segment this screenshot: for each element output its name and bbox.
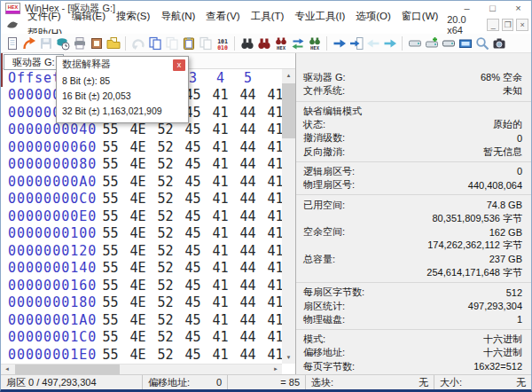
hex-byte-cell[interactable]: 55 [97,122,124,139]
mdi-restore-button[interactable]: ❐ [502,19,514,31]
hex-byte-cell[interactable]: 4E [124,139,152,157]
hex-byte-cell[interactable]: 44 [234,243,262,261]
backup-button[interactable] [54,35,71,52]
scroll-down-icon[interactable]: ▼ [282,351,295,364]
screenshot-button[interactable] [490,35,507,52]
ram-editor-button[interactable] [457,35,473,52]
popup-close-icon[interactable]: x [173,59,185,71]
hex-byte-cell[interactable]: 45 [179,347,207,365]
hex-byte-cell[interactable]: 41 [207,347,234,365]
hex-byte-cell[interactable]: 4E [124,156,152,174]
replace-hex-button[interactable]: HEX [306,35,323,52]
hex-byte-cell[interactable]: 45 [179,243,207,261]
hex-byte-cell[interactable]: 41 [207,156,234,174]
hex-byte-cell[interactable]: 4E [124,294,152,312]
vertical-scrollbar[interactable]: ▲ ▼ [282,69,295,364]
disk-image-button[interactable] [440,35,457,52]
find-text-button[interactable] [239,35,255,52]
hex-byte-cell[interactable]: 41 [207,139,234,157]
hex-byte-cell[interactable]: 41 [207,294,234,312]
hex-byte-cell[interactable]: 52 [152,329,179,347]
hex-byte-cell[interactable]: 45 [179,312,207,330]
hex-byte-cell[interactable]: 52 [152,278,179,295]
popup-title-bar[interactable]: 数据解释器 x [57,57,188,72]
hex-byte-cell[interactable]: 45 [179,278,207,295]
hex-byte-cell[interactable]: 44 [234,174,262,192]
hex-byte-cell[interactable]: 52 [152,294,179,312]
hex-byte-cell[interactable]: 4E [124,260,152,278]
open-file-button[interactable] [20,35,37,52]
hex-byte-cell[interactable]: 55 [97,191,124,208]
hex-byte-cell[interactable]: 4E [124,208,152,226]
hex-byte-cell[interactable]: 45 [179,208,207,226]
hex-byte-cell[interactable]: 44 [234,208,262,226]
hex-byte-cell[interactable]: 52 [152,174,179,192]
vertical-scroll-thumb[interactable] [282,83,295,138]
hex-byte-cell[interactable]: 41 [207,174,234,192]
hex-byte-cell[interactable]: 45 [179,174,207,192]
hex-byte-cell[interactable]: 41 [207,329,234,347]
hex-byte-cell[interactable]: 52 [152,347,179,365]
hex-byte-cell[interactable]: 45 [179,191,207,208]
hex-byte-cell[interactable]: 55 [97,260,124,278]
hex-byte-cell[interactable]: 52 [152,208,179,226]
hex-byte-cell[interactable]: 52 [152,122,179,139]
hex-byte-cell[interactable]: 44 [234,225,262,243]
find-hex-button[interactable]: HEX [272,35,289,52]
hex-byte-cell[interactable]: 55 [97,278,124,295]
hex-byte-cell[interactable]: 4E [124,174,152,192]
paste-button[interactable] [180,35,197,52]
hex-byte-cell[interactable]: 44 [234,105,262,122]
hex-byte-cell[interactable]: 4E [124,312,152,330]
hex-byte-cell[interactable]: 52 [152,312,179,330]
menu-item-3[interactable]: 导航(N) [155,11,200,21]
hex-byte-cell[interactable]: 41 [207,225,234,243]
hex-byte-cell[interactable]: 4E [124,243,152,261]
hex-byte-cell[interactable]: 55 [97,243,124,261]
menu-item-1[interactable]: 编辑(E) [66,11,111,21]
hex-byte-cell[interactable]: 55 [97,225,124,243]
hex-byte-cell[interactable]: 41 [207,312,234,330]
new-file-button[interactable] [4,35,20,52]
properties-button[interactable] [88,35,105,52]
menu-item-6[interactable]: 专业工具(I) [289,11,350,21]
hex-byte-cell[interactable]: 4E [124,278,152,295]
find-again-button[interactable] [255,35,272,52]
horizontal-scrollbar[interactable]: ◄ ► [1,364,282,374]
hex-byte-cell[interactable]: 45 [179,225,207,243]
hex-byte-cell[interactable]: 44 [234,156,262,174]
mdi-close-button[interactable]: × [516,19,528,31]
hex-byte-cell[interactable]: 55 [97,174,124,192]
hex-byte-cell[interactable]: 4E [124,122,152,139]
hex-byte-cell[interactable]: 41 [207,260,234,278]
hex-byte-cell[interactable]: 44 [234,87,262,105]
hex-byte-cell[interactable]: 55 [97,347,124,365]
copy-button[interactable] [146,35,163,52]
hex-byte-cell[interactable]: 44 [234,329,262,347]
hex-byte-cell[interactable]: 44 [234,278,262,295]
hex-byte-cell[interactable]: 45 [179,139,207,157]
menu-item-2[interactable]: 搜索(S) [111,11,155,21]
hex-byte-cell[interactable]: 41 [207,191,234,208]
open-disk-button[interactable] [406,35,423,52]
hex-byte-cell[interactable]: 45 [179,260,207,278]
clone-disk-button[interactable] [423,35,440,52]
hex-byte-cell[interactable]: 4E [124,191,152,208]
goto-offset-button[interactable] [331,35,348,52]
hex-byte-cell[interactable]: 44 [234,260,262,278]
menu-item-8[interactable]: 窗口(W) [396,11,444,21]
hex-byte-cell[interactable]: 55 [97,312,124,330]
menu-item-0[interactable]: 文件(F) [22,11,66,21]
forward-button[interactable] [381,35,398,52]
hex-byte-cell[interactable]: 55 [97,156,124,174]
hex-byte-cell[interactable]: 4E [124,225,152,243]
hex-byte-cell[interactable]: 55 [97,329,124,347]
hex-byte-cell[interactable]: 4E [124,329,152,347]
hex-byte-cell[interactable]: 44 [234,294,262,312]
hex-byte-cell[interactable]: 44 [234,139,262,157]
tab-drive-g[interactable]: 驱动器 G: [4,54,64,70]
hex-byte-cell[interactable]: 52 [152,156,179,174]
hex-byte-cell[interactable]: 52 [152,243,179,261]
hex-byte-cell[interactable]: 41 [207,243,234,261]
hex-byte-cell[interactable]: 44 [234,347,262,365]
